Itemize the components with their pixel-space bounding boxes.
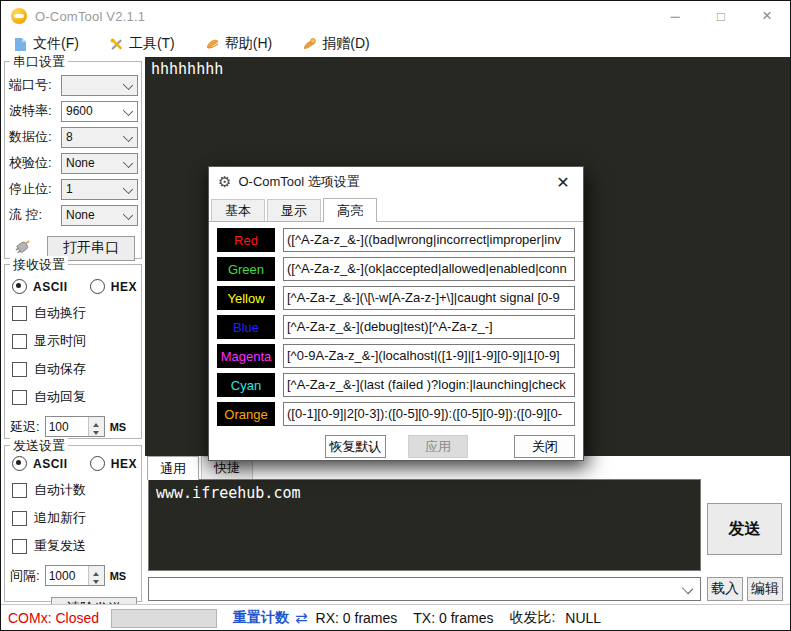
transmit-input[interactable]: www.ifreehub.com	[148, 479, 701, 571]
checkbox-auto-save[interactable]: 自动保存	[12, 360, 137, 378]
checkbox-box[interactable]	[12, 306, 27, 321]
delay-spinner[interactable]: 100	[45, 416, 105, 437]
pattern-input-blue[interactable]: [^A-Za-z_&-](debug|test)[^A-Za-z_-]	[283, 315, 575, 339]
dialog-close-button[interactable]: 关闭	[514, 435, 575, 458]
pattern-input-green[interactable]: ([^A-Za-z_&-](ok|accepted|allowed|enable…	[283, 257, 575, 281]
serial-settings-group: 串口设置 端口号: 波特率: 9600 数据位: 8 校验位: None 停止位…	[4, 61, 142, 259]
highlight-row-magenta: Magenta [^0-9A-Za-z_&-](localhost|([1-9]…	[217, 344, 575, 368]
chevron-down-icon	[123, 183, 133, 193]
interval-unit: MS	[110, 570, 127, 582]
checkbox-box[interactable]	[12, 483, 27, 498]
donate-hand-icon	[302, 37, 317, 52]
pattern-input-cyan[interactable]: [^A-Za-z_&-](last (failed )?login:|launc…	[283, 373, 575, 397]
menu-bar: 文件(F) 工具(T) 帮助(H) 捐赠(D)	[1, 31, 790, 57]
swap-arrows-icon: ⇄	[295, 609, 308, 627]
send-settings-group: 发送设置 ASCII HEX 自动计数 追加新行 重复发送 间隔: 1000 M	[4, 445, 142, 602]
flowctrl-select[interactable]: None	[61, 205, 138, 226]
stopbits-label: 停止位:	[9, 180, 61, 198]
databits-label: 数据位:	[9, 128, 61, 146]
spin-up-icon[interactable]	[89, 417, 104, 427]
checkbox-auto-reply[interactable]: 自动回复	[12, 388, 137, 406]
history-select[interactable]	[148, 577, 701, 601]
spin-up-icon[interactable]	[89, 566, 104, 576]
receive-ascii-radio[interactable]	[12, 279, 27, 294]
spin-down-icon[interactable]	[89, 427, 104, 437]
reset-count-link[interactable]: 重置计数	[233, 609, 289, 627]
app-window: O-ComTool V2.1.1 ─ □ × 文件(F) 工具(T) 帮助(H)	[0, 0, 791, 631]
parity-select[interactable]: None	[61, 153, 138, 174]
parity-label: 校验位:	[9, 154, 61, 172]
stopbits-select[interactable]: 1	[61, 179, 138, 200]
color-swatch-orange[interactable]: Orange	[217, 402, 275, 426]
checkbox-box[interactable]	[12, 539, 27, 554]
menu-tools[interactable]: 工具(T)	[109, 35, 175, 53]
highlight-row-yellow: Yellow [^A-Za-z_&-](\[\-w[A-Za-z-]+\]|ca…	[217, 286, 575, 310]
checkbox-box[interactable]	[12, 362, 27, 377]
send-hex-radio[interactable]	[90, 456, 105, 471]
tab-display[interactable]: 显示	[267, 199, 321, 221]
spin-down-icon[interactable]	[89, 576, 104, 586]
color-swatch-blue[interactable]: Blue	[217, 315, 275, 339]
help-hand-icon	[205, 37, 220, 52]
checkbox-box[interactable]	[12, 334, 27, 349]
port-select[interactable]	[61, 75, 138, 96]
tab-general[interactable]: 通用	[147, 456, 199, 480]
checkbox-auto-count[interactable]: 自动计数	[12, 481, 137, 499]
interval-spinner[interactable]: 1000	[45, 565, 105, 586]
baudrate-select[interactable]: 9600	[61, 101, 138, 122]
checkbox-repeat-send[interactable]: 重复发送	[12, 537, 137, 555]
receive-settings-group: 接收设置 ASCII HEX 自动换行 显示时间 自动保存 自动回复 延迟:	[4, 264, 142, 439]
color-swatch-cyan[interactable]: Cyan	[217, 373, 275, 397]
color-swatch-red[interactable]: Red	[217, 228, 275, 252]
color-swatch-magenta[interactable]: Magenta	[217, 344, 275, 368]
baudrate-label: 波特率:	[9, 102, 61, 120]
dialog-close-icon[interactable]: ✕	[543, 167, 583, 197]
maximize-button[interactable]: □	[698, 1, 744, 31]
databits-select[interactable]: 8	[61, 127, 138, 148]
tx-counter: TX: 0 frames	[413, 610, 493, 626]
tab-highlight[interactable]: 高亮	[323, 198, 377, 222]
pattern-input-orange[interactable]: ([0-1][0-9]|2[0-3]):([0-5][0-9]):([0-5][…	[283, 402, 575, 426]
checkbox-box[interactable]	[12, 511, 27, 526]
receive-hex-radio[interactable]	[90, 279, 105, 294]
com-status: COMx: Closed	[8, 610, 99, 626]
send-ascii-radio[interactable]	[12, 456, 27, 471]
restore-default-button[interactable]: 恢复默认	[325, 435, 386, 458]
checkbox-show-time[interactable]: 显示时间	[12, 332, 137, 350]
delay-unit: MS	[110, 421, 127, 433]
edit-button[interactable]: 编辑	[747, 577, 783, 601]
dialog-title: O-ComTool 选项设置	[238, 173, 359, 191]
pattern-input-yellow[interactable]: [^A-Za-z_&-](\[\-w[A-Za-z-]+\]|caught si…	[283, 286, 575, 310]
highlight-row-orange: Orange ([0-1][0-9]|2[0-3]):([0-5][0-9]):…	[217, 402, 575, 426]
chevron-down-icon	[123, 131, 133, 141]
apply-button[interactable]: 应用	[408, 435, 469, 458]
chevron-down-icon	[123, 209, 133, 219]
checkbox-append-newline[interactable]: 追加新行	[12, 509, 137, 527]
checkbox-auto-newline[interactable]: 自动换行	[12, 304, 137, 322]
close-button[interactable]: ×	[744, 1, 790, 31]
menu-file[interactable]: 文件(F)	[13, 35, 79, 53]
window-controls: ─ □ ×	[652, 1, 790, 31]
highlight-rules: Red ([^A-Za-z_&-]((bad|wrong|incorrect|i…	[209, 222, 583, 458]
pattern-input-magenta[interactable]: [^0-9A-Za-z_&-](localhost|([1-9]|[1-9][0…	[283, 344, 575, 368]
tab-basic[interactable]: 基本	[211, 199, 265, 221]
file-icon	[13, 37, 28, 52]
pattern-input-red[interactable]: ([^A-Za-z_&-]((bad|wrong|incorrect|impro…	[283, 228, 575, 252]
highlight-row-blue: Blue [^A-Za-z_&-](debug|test)[^A-Za-z_-]	[217, 315, 575, 339]
checkbox-box[interactable]	[12, 390, 27, 405]
minimize-button[interactable]: ─	[652, 1, 698, 31]
flowctrl-label: 流 控:	[9, 206, 61, 224]
chevron-down-icon	[123, 105, 133, 115]
load-button[interactable]: 载入	[707, 577, 743, 601]
color-swatch-green[interactable]: Green	[217, 257, 275, 281]
menu-help[interactable]: 帮助(H)	[205, 35, 272, 53]
color-swatch-yellow[interactable]: Yellow	[217, 286, 275, 310]
menu-donate[interactable]: 捐赠(D)	[302, 35, 369, 53]
serial-group-title: 串口设置	[10, 53, 68, 71]
progress-bar	[111, 609, 217, 628]
send-button[interactable]: 发送	[707, 503, 782, 555]
ratio-value: NULL	[565, 610, 601, 626]
port-label: 端口号:	[9, 76, 61, 94]
chevron-down-icon	[123, 157, 133, 167]
title-bar: O-ComTool V2.1.1 ─ □ ×	[1, 1, 790, 31]
